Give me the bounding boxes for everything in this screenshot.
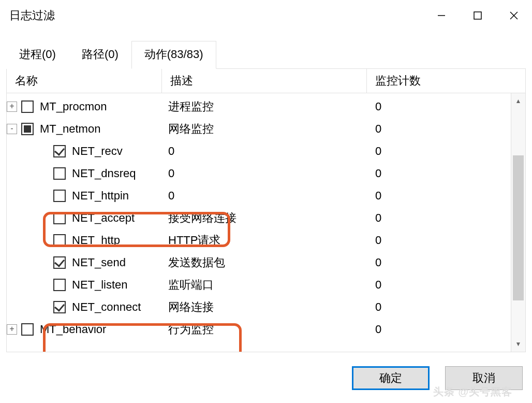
node-name: NET_send — [72, 256, 126, 269]
tree-row[interactable]: NET_httpin00 — [7, 184, 511, 207]
expander-spacer — [39, 168, 49, 179]
node-desc: 网络连接 — [168, 299, 214, 315]
cancel-button[interactable]: 取消 — [445, 366, 523, 390]
node-count: 0 — [375, 300, 381, 314]
collapse-icon[interactable]: - — [7, 124, 17, 134]
node-name: NET_connect — [72, 300, 141, 313]
tree-row[interactable]: NET_connect网络连接0 — [7, 296, 511, 318]
scroll-down-icon[interactable]: ▼ — [511, 337, 525, 351]
checkbox[interactable] — [21, 100, 34, 113]
node-name: NET_httpin — [72, 189, 129, 202]
node-count: 0 — [375, 100, 381, 113]
checkbox[interactable] — [21, 323, 34, 336]
node-name: NET_dnsreq — [72, 167, 136, 180]
tree-container: +MT_procmon进程监控0-MT_netmon网络监控0NET_recv0… — [6, 93, 526, 352]
node-desc: 0 — [168, 189, 174, 203]
tree-row[interactable]: NET_dnsreq00 — [7, 162, 511, 184]
tab-action[interactable]: 动作(83/83) — [131, 41, 216, 69]
tree-row[interactable]: +MT_procmon进程监控0 — [7, 95, 511, 118]
checkbox[interactable] — [53, 279, 66, 291]
tab-path[interactable]: 路径(0) — [69, 41, 131, 69]
checkbox[interactable] — [53, 190, 66, 202]
header-desc[interactable]: 描述 — [162, 69, 367, 93]
node-desc: HTTP请求 — [168, 233, 220, 248]
node-count: 0 — [375, 256, 381, 269]
header-name[interactable]: 名称 — [7, 69, 162, 93]
node-desc: 进程监控 — [168, 99, 214, 114]
expander-spacer — [39, 213, 49, 223]
scroll-up-icon[interactable]: ▲ — [511, 94, 525, 108]
checkbox[interactable] — [53, 212, 66, 224]
node-name: MT_behavior — [40, 323, 106, 336]
expand-icon[interactable]: + — [7, 324, 17, 335]
column-headers: 名称 描述 监控计数 — [6, 69, 526, 93]
node-name: NET_http — [72, 234, 120, 247]
tree-row[interactable]: NET_recv00 — [7, 140, 511, 162]
node-count: 0 — [375, 211, 381, 225]
node-count: 0 — [375, 278, 381, 292]
node-desc: 0 — [168, 167, 174, 180]
expander-spacer — [39, 302, 49, 312]
checkbox[interactable] — [53, 167, 66, 180]
expander-spacer — [39, 235, 49, 246]
expander-spacer — [39, 191, 49, 201]
node-name: MT_netmon — [40, 122, 100, 135]
node-desc: 接受网络连接 — [168, 210, 237, 226]
checkbox[interactable] — [53, 301, 66, 313]
node-desc: 行为监控 — [168, 322, 214, 337]
tree-row[interactable]: -MT_netmon网络监控0 — [7, 118, 511, 140]
node-desc: 监听端口 — [168, 277, 214, 293]
svg-rect-1 — [474, 12, 481, 19]
tab-bar: 进程(0) 路径(0) 动作(83/83) — [6, 40, 526, 69]
tab-process[interactable]: 进程(0) — [6, 41, 69, 69]
node-name: NET_recv — [72, 145, 123, 157]
expander-spacer — [39, 280, 49, 290]
node-name: NET_listen — [72, 278, 128, 291]
tree-view[interactable]: +MT_procmon进程监控0-MT_netmon网络监控0NET_recv0… — [7, 93, 511, 352]
node-count: 0 — [375, 167, 381, 180]
scroll-thumb[interactable] — [513, 155, 524, 300]
expander-spacer — [39, 257, 49, 268]
node-name: NET_accept — [72, 211, 135, 224]
checkbox[interactable] — [53, 256, 66, 269]
tabs-area: 进程(0) 路径(0) 动作(83/83) 名称 描述 监控计数 +MT_pro… — [0, 31, 532, 352]
window-controls — [423, 2, 532, 30]
node-desc: 网络监控 — [168, 121, 214, 137]
vertical-scrollbar[interactable]: ▲ ▼ — [511, 93, 525, 352]
maximize-icon — [473, 11, 482, 20]
expand-icon[interactable]: + — [7, 102, 17, 112]
node-count: 0 — [375, 234, 381, 247]
header-count[interactable]: 监控计数 — [367, 69, 525, 93]
node-count: 0 — [375, 145, 381, 158]
tree-row[interactable]: NET_send发送数据包0 — [7, 251, 511, 274]
node-count: 0 — [375, 189, 381, 203]
minimize-icon — [437, 11, 446, 20]
titlebar: 日志过滤 — [0, 0, 532, 31]
window-title: 日志过滤 — [9, 8, 423, 23]
minimize-button[interactable] — [423, 2, 460, 30]
node-count: 0 — [375, 122, 381, 136]
checkbox[interactable] — [53, 145, 66, 157]
node-count: 0 — [375, 323, 381, 336]
expander-spacer — [39, 146, 49, 156]
tree-row[interactable]: NET_accept接受网络连接0 — [7, 207, 511, 229]
checkbox[interactable] — [21, 123, 34, 135]
tree-row[interactable]: NET_listen监听端口0 — [7, 274, 511, 296]
maximize-button[interactable] — [460, 2, 496, 30]
node-name: MT_procmon — [40, 100, 107, 113]
tree-row[interactable]: NET_httpHTTP请求0 — [7, 229, 511, 251]
ok-button[interactable]: 确定 — [352, 366, 430, 390]
dialog-footer: 确定 取消 — [352, 366, 523, 390]
node-desc: 0 — [168, 145, 174, 158]
node-desc: 发送数据包 — [168, 255, 225, 270]
checkbox[interactable] — [53, 234, 66, 247]
close-button[interactable] — [496, 2, 532, 30]
close-icon — [509, 10, 519, 21]
tree-row[interactable]: +MT_behavior行为监控0 — [7, 318, 511, 340]
